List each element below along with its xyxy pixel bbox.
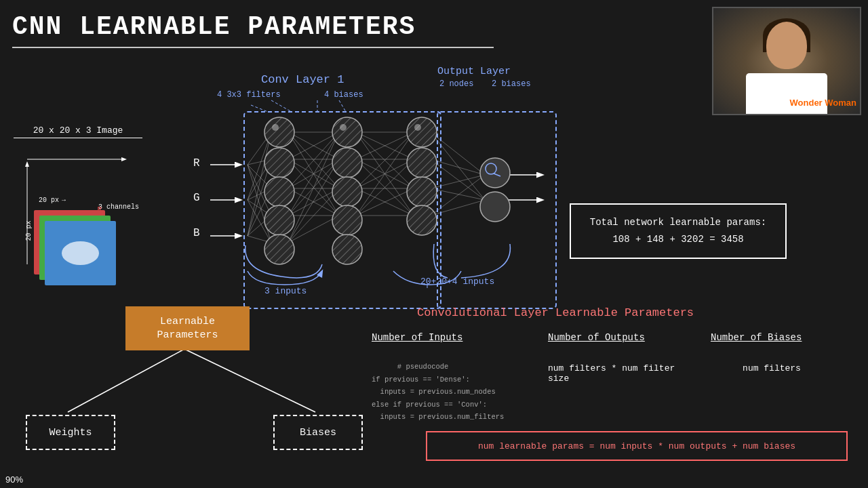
input-b-label: B xyxy=(193,227,200,239)
biases-box: Biases xyxy=(273,415,363,450)
svg-point-80 xyxy=(332,148,362,178)
biases-header: Number of Biases xyxy=(711,332,833,343)
svg-line-29 xyxy=(288,132,339,159)
svg-line-39 xyxy=(288,188,339,216)
svg-line-40 xyxy=(288,132,339,216)
svg-line-98 xyxy=(251,105,268,112)
svg-line-20 xyxy=(248,188,271,200)
svg-line-35 xyxy=(288,159,339,216)
svg-point-81 xyxy=(332,177,362,207)
svg-line-65 xyxy=(431,132,485,200)
outputs-formula: num filters * num filter size xyxy=(548,363,690,384)
svg-line-23 xyxy=(248,132,271,236)
video-overlay-text: Wonder Woman xyxy=(790,98,856,108)
svg-line-66 xyxy=(431,159,485,175)
svg-line-68 xyxy=(431,175,485,188)
svg-line-26 xyxy=(248,216,271,236)
svg-line-64 xyxy=(431,132,485,175)
svg-line-57 xyxy=(356,159,414,188)
svg-point-84 xyxy=(407,117,437,147)
svg-point-78 xyxy=(264,235,294,264)
svg-point-87 xyxy=(407,205,437,235)
svg-line-14 xyxy=(248,159,271,165)
svg-line-54 xyxy=(356,159,414,188)
conv-filters-label: 4 3x3 filters xyxy=(217,90,281,100)
svg-line-55 xyxy=(356,159,414,216)
svg-line-41 xyxy=(288,159,339,216)
svg-point-82 xyxy=(332,205,362,235)
output-layer-label: Output Layer xyxy=(437,66,511,77)
svg-point-74 xyxy=(264,117,294,147)
svg-line-25 xyxy=(248,188,271,236)
output-biases-label: 2 biases xyxy=(492,79,531,89)
svg-line-9 xyxy=(339,100,346,112)
svg-line-24 xyxy=(248,159,271,236)
page-title: CNN LEARNABLE PARAMETERS xyxy=(12,12,416,41)
outputs-header: Number of Outputs xyxy=(548,332,690,343)
output-nodes-label: 2 nodes xyxy=(439,79,473,89)
svg-line-62 xyxy=(356,188,414,216)
svg-line-70 xyxy=(431,175,485,216)
svg-line-46 xyxy=(288,188,339,243)
svg-line-69 xyxy=(431,188,485,200)
svg-line-34 xyxy=(288,159,339,188)
image-height-label: 20 px xyxy=(25,220,33,241)
svg-point-83 xyxy=(332,235,362,264)
biases-formula-value: num filters xyxy=(711,363,833,373)
weights-box: Weights xyxy=(26,415,115,450)
conv-biases-label: 4 biases xyxy=(324,90,363,100)
svg-line-16 xyxy=(248,165,271,216)
image-width-label: 20 px xyxy=(39,197,59,204)
svg-point-88 xyxy=(480,158,510,188)
svg-point-86 xyxy=(407,177,437,207)
params-table: Number of Inputs # pseudocode if previou… xyxy=(372,332,860,436)
svg-line-45 xyxy=(288,159,339,243)
svg-line-71 xyxy=(431,200,485,216)
svg-point-77 xyxy=(264,205,294,235)
svg-line-8 xyxy=(271,100,292,112)
total-params-box: Total network learnable params: 108 + 14… xyxy=(570,203,787,259)
svg-line-44 xyxy=(288,132,339,243)
zoom-label: 90% xyxy=(5,474,23,485)
inputs-header: Number of Inputs xyxy=(372,332,528,343)
svg-line-30 xyxy=(288,132,339,188)
svg-line-52 xyxy=(356,132,414,159)
learnable-params-box: Learnable Parameters xyxy=(125,306,250,350)
svg-line-47 xyxy=(288,216,339,243)
svg-line-67 xyxy=(431,159,485,200)
svg-line-60 xyxy=(356,132,414,216)
svg-point-95 xyxy=(340,124,347,131)
input-g-label: G xyxy=(193,192,200,204)
svg-line-17 xyxy=(248,165,271,243)
svg-line-31 xyxy=(288,132,339,216)
svg-line-36 xyxy=(288,132,339,188)
svg-rect-72 xyxy=(244,112,441,308)
conv-params-title: Convolutional Layer Learnable Parameters xyxy=(417,306,694,319)
svg-line-51 xyxy=(356,132,414,216)
inputs-large-label: 20+20+4 inputs xyxy=(420,277,494,287)
svg-line-91 xyxy=(494,174,500,176)
svg-line-21 xyxy=(248,200,271,216)
total-params-formula: 108 + 148 + 3202 = 3458 xyxy=(582,231,774,248)
video-thumbnail[interactable]: Wonder Woman xyxy=(712,7,861,115)
input-r-label: R xyxy=(193,157,200,169)
svg-point-85 xyxy=(407,148,437,178)
image-label: 20 x 20 x 3 Image xyxy=(14,125,142,138)
svg-line-12 xyxy=(184,349,315,412)
svg-line-22 xyxy=(248,200,271,243)
svg-line-19 xyxy=(248,159,271,200)
svg-line-42 xyxy=(288,188,339,216)
svg-line-18 xyxy=(248,132,271,200)
svg-line-49 xyxy=(356,132,414,159)
svg-line-11 xyxy=(68,349,184,412)
svg-line-56 xyxy=(356,132,414,188)
svg-line-59 xyxy=(356,188,414,216)
svg-point-89 xyxy=(480,192,510,222)
svg-line-27 xyxy=(248,236,271,243)
inputs-pseudocode: # pseudocode if previous == 'Dense': inp… xyxy=(372,348,528,436)
svg-line-15 xyxy=(248,165,271,188)
svg-line-50 xyxy=(356,132,414,188)
formula-box: num learnable params = num inputs * num … xyxy=(426,431,848,461)
svg-line-32 xyxy=(288,132,339,159)
svg-point-75 xyxy=(264,148,294,178)
